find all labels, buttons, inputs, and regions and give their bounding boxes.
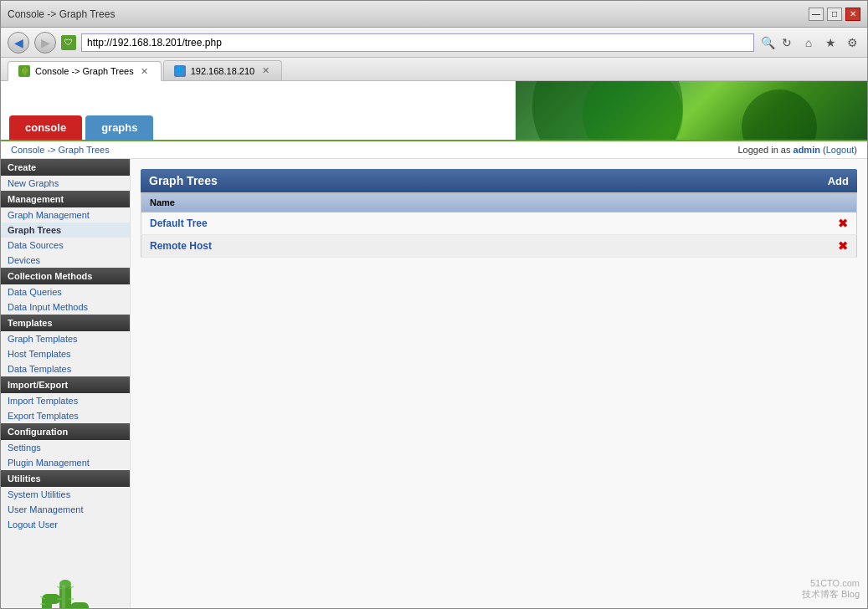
sidebar: Create New Graphs Management Graph Manag… bbox=[1, 159, 131, 608]
settings-icon[interactable]: ⚙ bbox=[844, 34, 860, 51]
logged-in-text: Logged in as bbox=[737, 145, 790, 155]
address-icons: 🔍 ↻ bbox=[759, 34, 795, 51]
address-bar: ◀ ▶ 🛡 🔍 ↻ ⌂ ★ ⚙ bbox=[1, 28, 867, 58]
title-bar-left: Console -> Graph Trees bbox=[8, 8, 115, 20]
tree-name-link[interactable]: Default Tree bbox=[150, 218, 208, 229]
content-area: Graph Trees Add Name Default Tree bbox=[131, 159, 867, 608]
tree-name-link[interactable]: Remote Host bbox=[150, 240, 212, 252]
plugin-management-label: Plugin Management bbox=[8, 458, 90, 468]
back-button[interactable]: ◀ bbox=[8, 32, 29, 54]
tab2-label: 192.168.18.210 bbox=[191, 66, 254, 76]
settings-label: Settings bbox=[8, 443, 41, 453]
svg-rect-4 bbox=[70, 602, 89, 608]
favorites-icon[interactable]: ★ bbox=[822, 34, 839, 51]
breadcrumb-current: Graph Trees bbox=[59, 145, 110, 155]
sidebar-management-header: Management bbox=[1, 191, 130, 207]
col-name-header: Name bbox=[141, 193, 830, 212]
window-controls: — □ ✕ bbox=[809, 8, 860, 21]
sidebar-configuration-header: Configuration bbox=[1, 423, 130, 440]
sidebar-item-logout-user[interactable]: Logout User bbox=[1, 517, 130, 532]
sidebar-item-export-templates[interactable]: Export Templates bbox=[1, 408, 130, 423]
user-management-label: User Management bbox=[8, 504, 84, 514]
management-header-label: Management bbox=[8, 194, 64, 204]
search-icon[interactable]: 🔍 bbox=[759, 34, 776, 51]
data-queries-label: Data Queries bbox=[8, 287, 62, 297]
close-button[interactable]: ✕ bbox=[845, 8, 860, 21]
sidebar-item-settings[interactable]: Settings bbox=[1, 440, 130, 455]
maximize-button[interactable]: □ bbox=[827, 8, 842, 21]
graph-templates-label: Graph Templates bbox=[8, 334, 78, 344]
title-bar: Console -> Graph Trees — □ ✕ bbox=[1, 1, 867, 28]
sidebar-item-data-sources[interactable]: Data Sources bbox=[1, 238, 130, 253]
cactus-icon bbox=[32, 557, 99, 608]
graph-management-label: Graph Management bbox=[8, 210, 90, 220]
sidebar-create-header: Create bbox=[1, 159, 130, 176]
header-background bbox=[516, 81, 867, 141]
sidebar-item-system-utilities[interactable]: System Utilities bbox=[1, 487, 130, 502]
main-area: Create New Graphs Management Graph Manag… bbox=[1, 159, 867, 608]
cacti-header: console graphs bbox=[1, 81, 867, 141]
sidebar-logo bbox=[1, 540, 130, 608]
breadcrumb: Console -> Graph Trees bbox=[11, 145, 110, 155]
sidebar-item-graph-management[interactable]: Graph Management bbox=[1, 207, 130, 223]
minimize-icon: — bbox=[812, 9, 820, 18]
create-header-label: Create bbox=[8, 162, 36, 172]
console-tab[interactable]: console bbox=[9, 115, 82, 140]
sidebar-templates-header: Templates bbox=[1, 315, 130, 331]
watermark-line2: 技术博客 Blog bbox=[802, 588, 860, 601]
sidebar-utilities-header: Utilities bbox=[1, 470, 130, 487]
sidebar-item-data-input-methods[interactable]: Data Input Methods bbox=[1, 299, 130, 315]
cacti-nav-tabs: console graphs bbox=[1, 81, 153, 140]
table-row: Remote Host ✖ bbox=[141, 235, 857, 258]
tab-192[interactable]: 🌐 192.168.18.210 ✕ bbox=[163, 60, 282, 80]
data-input-methods-label: Data Input Methods bbox=[8, 302, 88, 312]
col-actions-header bbox=[829, 193, 857, 212]
security-icon: 🛡 bbox=[61, 35, 76, 50]
breadcrumb-console-link[interactable]: Console bbox=[11, 145, 44, 155]
sidebar-item-host-templates[interactable]: Host Templates bbox=[1, 346, 130, 361]
username-link[interactable]: admin bbox=[794, 145, 820, 155]
utilities-header-label: Utilities bbox=[8, 473, 41, 484]
data-templates-label: Data Templates bbox=[8, 364, 71, 374]
sidebar-item-graph-templates[interactable]: Graph Templates bbox=[1, 331, 130, 346]
sidebar-item-data-queries[interactable]: Data Queries bbox=[1, 284, 130, 299]
configuration-header-label: Configuration bbox=[8, 427, 68, 437]
title-bar-text: Console -> Graph Trees bbox=[8, 8, 115, 20]
home-icon[interactable]: ⌂ bbox=[800, 34, 817, 51]
host-templates-label: Host Templates bbox=[8, 349, 71, 359]
new-graphs-label: New Graphs bbox=[8, 178, 59, 188]
close-icon: ✕ bbox=[850, 9, 856, 18]
tree-delete-cell: ✖ bbox=[829, 212, 857, 235]
delete-icon[interactable]: ✖ bbox=[838, 239, 848, 253]
tab1-label: Console -> Graph Trees bbox=[35, 66, 134, 76]
sidebar-item-plugin-management[interactable]: Plugin Management bbox=[1, 455, 130, 470]
sidebar-item-devices[interactable]: Devices bbox=[1, 253, 130, 268]
tree-name-cell: Remote Host bbox=[141, 235, 830, 258]
sidebar-item-import-templates[interactable]: Import Templates bbox=[1, 393, 130, 408]
delete-icon[interactable]: ✖ bbox=[838, 217, 848, 230]
sidebar-item-new-graphs[interactable]: New Graphs bbox=[1, 176, 130, 191]
tab1-favicon: 🌵 bbox=[18, 65, 30, 77]
graphs-tab[interactable]: graphs bbox=[85, 115, 153, 140]
tree-delete-cell: ✖ bbox=[829, 235, 857, 258]
breadcrumb-separator: -> bbox=[44, 145, 58, 155]
maximize-icon: □ bbox=[832, 9, 837, 18]
system-utilities-label: System Utilities bbox=[8, 489, 70, 499]
tree-name-cell: Default Tree bbox=[141, 212, 830, 235]
sidebar-item-graph-trees[interactable]: Graph Trees bbox=[1, 223, 130, 238]
tab1-close-button[interactable]: ✕ bbox=[139, 65, 151, 77]
address-input[interactable] bbox=[81, 33, 754, 52]
sidebar-item-user-management[interactable]: User Management bbox=[1, 502, 130, 517]
add-link[interactable]: Add bbox=[828, 175, 849, 187]
logout-link[interactable]: Logout bbox=[826, 145, 855, 155]
logged-in-info: Logged in as admin (Logout) bbox=[737, 145, 857, 155]
watermark-line1: 51CTO.com bbox=[802, 578, 860, 588]
importexport-header-label: Import/Export bbox=[8, 380, 68, 390]
sidebar-item-data-templates[interactable]: Data Templates bbox=[1, 361, 130, 376]
tab-console-graph-trees[interactable]: 🌵 Console -> Graph Trees ✕ bbox=[8, 61, 162, 81]
tab2-close-button[interactable]: ✕ bbox=[259, 65, 271, 77]
minimize-button[interactable]: — bbox=[809, 8, 824, 21]
forward-button[interactable]: ▶ bbox=[34, 32, 56, 54]
page-content: console graphs Console -> Graph Trees bbox=[1, 81, 867, 608]
refresh-icon[interactable]: ↻ bbox=[778, 34, 795, 51]
